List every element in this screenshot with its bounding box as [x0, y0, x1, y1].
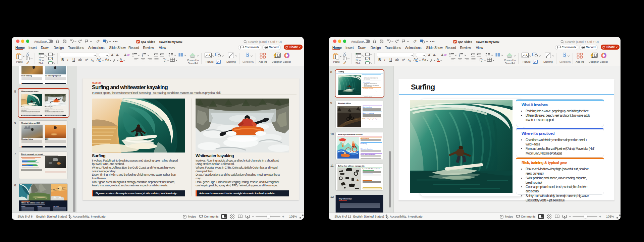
svg-text:P: P: [454, 40, 456, 44]
svg-text:A: A: [217, 60, 220, 63]
svg-text:Z: Z: [164, 60, 165, 62]
svg-text:3: 3: [142, 55, 143, 57]
svg-text:3: 3: [459, 55, 460, 57]
svg-text:Z: Z: [481, 60, 482, 62]
svg-text:A: A: [534, 60, 537, 63]
svg-text:P: P: [137, 40, 139, 44]
